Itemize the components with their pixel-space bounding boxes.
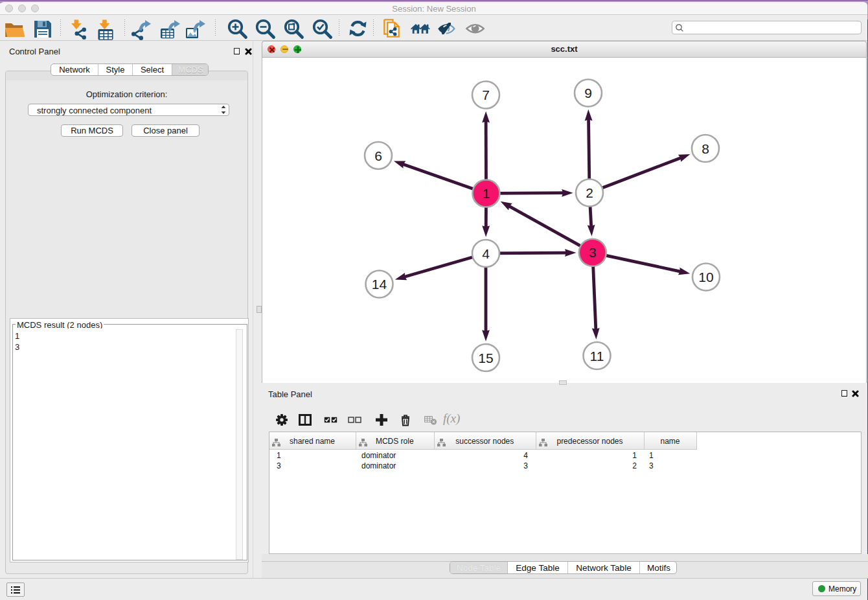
svg-text:3: 3 [589, 245, 597, 260]
svg-text:4: 4 [482, 246, 490, 261]
svg-text:7: 7 [482, 87, 490, 102]
svg-text:8: 8 [702, 141, 709, 156]
svg-text:15: 15 [478, 351, 493, 365]
svg-text:1: 1 [483, 186, 490, 201]
svg-text:2: 2 [586, 185, 593, 200]
svg-text:14: 14 [372, 277, 387, 292]
svg-text:9: 9 [584, 86, 592, 100]
svg-text:10: 10 [698, 270, 713, 284]
svg-text:11: 11 [590, 349, 604, 363]
svg-text:6: 6 [374, 148, 382, 163]
